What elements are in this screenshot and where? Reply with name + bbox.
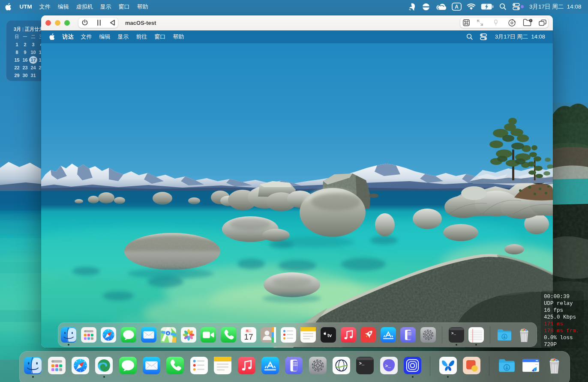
svg-text:A: A — [455, 4, 459, 10]
